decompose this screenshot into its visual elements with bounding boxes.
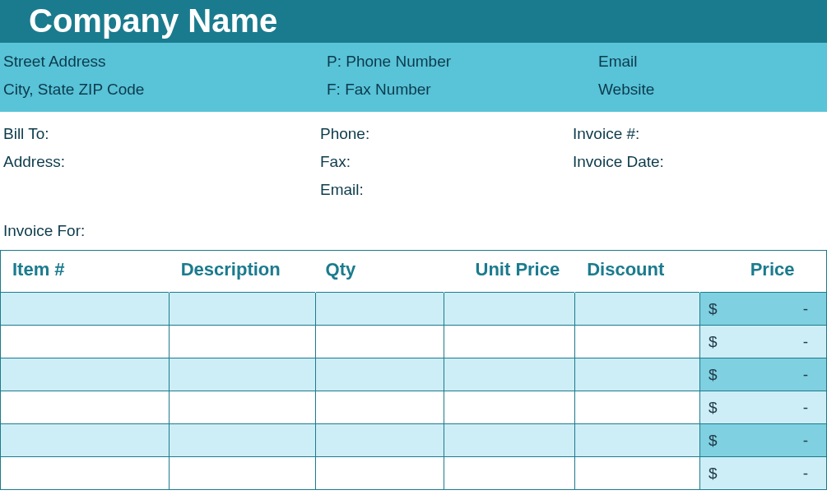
- cell-price[interactable]: $-: [700, 293, 827, 326]
- cell-price[interactable]: $-: [700, 358, 827, 391]
- bill-details: Bill To: Phone: Invoice #: Address: Fax:…: [0, 112, 827, 204]
- cell-qty[interactable]: [315, 457, 444, 490]
- cell-item[interactable]: [1, 293, 170, 326]
- cell-discount[interactable]: [575, 326, 700, 358]
- th-unit-price: Unit Price: [444, 251, 575, 293]
- company-email: Email: [598, 48, 827, 76]
- cell-qty[interactable]: [315, 391, 444, 424]
- price-currency: $: [709, 333, 718, 351]
- cell-item[interactable]: [1, 424, 170, 457]
- cell-description[interactable]: [169, 293, 315, 326]
- cell-qty[interactable]: [315, 326, 444, 358]
- cell-unit_price[interactable]: [444, 391, 575, 424]
- price-currency: $: [709, 366, 718, 384]
- company-website: Website: [598, 76, 827, 104]
- cell-qty[interactable]: [315, 424, 444, 457]
- cell-item[interactable]: [1, 457, 170, 490]
- bill-to-label: Bill To:: [3, 120, 320, 148]
- price-currency: $: [709, 399, 718, 417]
- cell-price[interactable]: $-: [700, 457, 827, 490]
- company-street: Street Address: [3, 48, 327, 76]
- cell-discount[interactable]: [575, 457, 700, 490]
- th-qty: Qty: [315, 251, 444, 293]
- cell-unit_price[interactable]: [444, 358, 575, 391]
- cell-unit_price[interactable]: [444, 293, 575, 326]
- cell-qty[interactable]: [315, 358, 444, 391]
- company-phone: P: Phone Number: [327, 48, 598, 76]
- price-value: -: [803, 366, 808, 384]
- table-row: $-: [1, 391, 827, 424]
- price-value: -: [803, 333, 808, 351]
- price-currency: $: [709, 465, 718, 483]
- cell-unit_price[interactable]: [444, 457, 575, 490]
- cell-description[interactable]: [169, 391, 315, 424]
- bill-fax-label: Fax:: [320, 148, 573, 176]
- header-bar: Company Name: [0, 0, 827, 43]
- th-item: Item #: [1, 251, 170, 293]
- cell-qty[interactable]: [315, 293, 444, 326]
- table-row: $-: [1, 424, 827, 457]
- th-discount: Discount: [575, 251, 700, 293]
- cell-description[interactable]: [169, 457, 315, 490]
- table-row: $-: [1, 457, 827, 490]
- table-row: $-: [1, 293, 827, 326]
- price-value: -: [803, 432, 808, 450]
- cell-price[interactable]: $-: [700, 326, 827, 358]
- price-value: -: [803, 399, 808, 417]
- cell-discount[interactable]: [575, 293, 700, 326]
- cell-description[interactable]: [169, 358, 315, 391]
- cell-description[interactable]: [169, 424, 315, 457]
- items-table: Item # Description Qty Unit Price Discou…: [0, 250, 827, 490]
- bill-address-label: Address:: [3, 148, 320, 176]
- cell-discount[interactable]: [575, 391, 700, 424]
- cell-price[interactable]: $-: [700, 391, 827, 424]
- cell-item[interactable]: [1, 391, 170, 424]
- invoice-for-label: Invoice For:: [0, 204, 827, 250]
- company-fax: F: Fax Number: [327, 76, 598, 104]
- cell-price[interactable]: $-: [700, 424, 827, 457]
- cell-item[interactable]: [1, 326, 170, 358]
- cell-discount[interactable]: [575, 358, 700, 391]
- cell-description[interactable]: [169, 326, 315, 358]
- cell-discount[interactable]: [575, 424, 700, 457]
- company-city-state-zip: City, State ZIP Code: [3, 76, 327, 104]
- price-value: -: [803, 300, 808, 318]
- price-value: -: [803, 465, 808, 483]
- cell-item[interactable]: [1, 358, 170, 391]
- th-price: Price: [700, 251, 827, 293]
- cell-unit_price[interactable]: [444, 424, 575, 457]
- company-info-band: Street Address P: Phone Number Email Cit…: [0, 43, 827, 112]
- table-header-row: Item # Description Qty Unit Price Discou…: [1, 251, 827, 293]
- th-description: Description: [169, 251, 315, 293]
- bill-phone-label: Phone:: [320, 120, 573, 148]
- table-row: $-: [1, 358, 827, 391]
- price-currency: $: [709, 432, 718, 450]
- company-name: Company Name: [29, 4, 277, 37]
- bill-email-label: Email:: [320, 176, 573, 204]
- table-row: $-: [1, 326, 827, 358]
- price-currency: $: [709, 300, 718, 318]
- invoice-date-label: Invoice Date:: [573, 148, 827, 176]
- cell-unit_price[interactable]: [444, 326, 575, 358]
- invoice-no-label: Invoice #:: [573, 120, 827, 148]
